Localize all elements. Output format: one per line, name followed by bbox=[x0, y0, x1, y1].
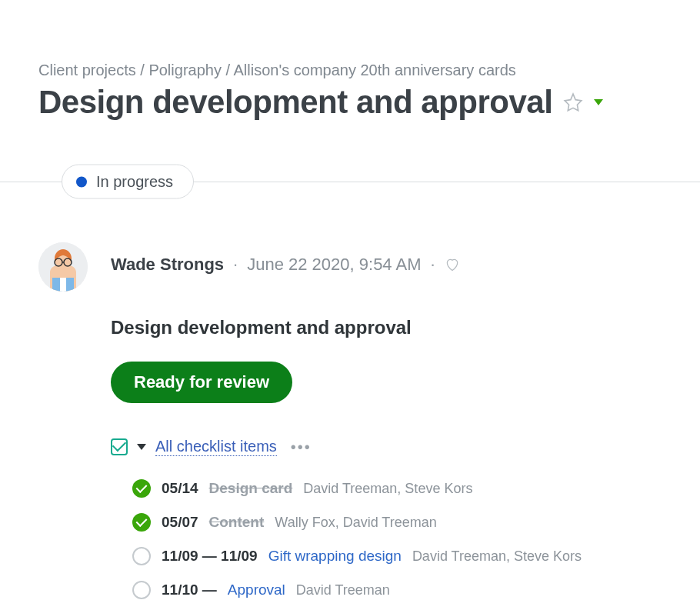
check-open-icon[interactable] bbox=[132, 547, 151, 565]
page-title: Design development and approval bbox=[38, 84, 552, 121]
checklist-item-title[interactable]: Content bbox=[209, 514, 265, 531]
checklist-icon bbox=[111, 438, 128, 455]
check-done-icon[interactable] bbox=[132, 513, 151, 532]
post-timestamp: June 22 2020, 9:54 AM bbox=[247, 255, 421, 275]
star-icon[interactable] bbox=[563, 92, 583, 112]
checklist-item-date: 11/10 — bbox=[162, 582, 217, 598]
checklist-item-date: 11/09 — 11/09 bbox=[162, 548, 258, 565]
status-badge[interactable]: In progress bbox=[62, 165, 194, 199]
post-author[interactable]: Wade Strongs bbox=[111, 255, 224, 275]
check-done-icon[interactable] bbox=[132, 479, 151, 498]
checklist-item-title[interactable]: Approval bbox=[228, 582, 285, 598]
checklist-item-title[interactable]: Gift wrapping design bbox=[268, 548, 402, 565]
checklist-item-date: 05/14 bbox=[162, 480, 198, 497]
checklist-item[interactable]: 05/07ContentWally Fox, David Treeman bbox=[132, 505, 662, 539]
checklist-item-title[interactable]: Design card bbox=[209, 480, 293, 497]
checklist-item[interactable]: 05/14Design cardDavid Treeman, Steve Kor… bbox=[132, 472, 662, 505]
avatar[interactable] bbox=[38, 242, 88, 292]
checklist-item-date: 05/07 bbox=[162, 514, 198, 531]
ready-for-review-button[interactable]: Ready for review bbox=[111, 362, 292, 403]
breadcrumb-level-2[interactable]: Poligraphy bbox=[148, 62, 222, 78]
checklist-item-assignees: David Treeman, Steve Kors bbox=[412, 548, 582, 565]
checklist-item[interactable]: 11/09 — 11/09Gift wrapping designDavid T… bbox=[132, 539, 662, 573]
checklist-item-assignees: David Treeman, Steve Kors bbox=[303, 481, 472, 497]
more-icon[interactable]: ••• bbox=[291, 438, 312, 456]
post-title: Design development and approval bbox=[111, 317, 662, 338]
chevron-down-icon[interactable] bbox=[137, 444, 146, 450]
breadcrumb-level-3[interactable]: Allison's company 20th anniversary cards bbox=[234, 62, 516, 78]
svg-rect-5 bbox=[60, 278, 66, 292]
status-dot-icon bbox=[76, 176, 87, 187]
status-label: In progress bbox=[96, 173, 173, 191]
heart-icon[interactable] bbox=[445, 257, 460, 272]
breadcrumb[interactable]: Client projects / Poligraphy / Allison's… bbox=[38, 62, 662, 79]
all-checklist-items-link[interactable]: All checklist items bbox=[155, 438, 277, 456]
checklist-item[interactable]: 11/10 —ApprovalDavid Treeman bbox=[132, 573, 662, 600]
chevron-down-icon[interactable] bbox=[594, 99, 603, 105]
checklist: 05/14Design cardDavid Treeman, Steve Kor… bbox=[111, 472, 662, 600]
checklist-item-assignees: Wally Fox, David Treeman bbox=[275, 515, 436, 531]
checklist-item-assignees: David Treeman bbox=[296, 582, 390, 598]
check-open-icon[interactable] bbox=[132, 581, 151, 599]
breadcrumb-level-1[interactable]: Client projects bbox=[38, 62, 136, 78]
